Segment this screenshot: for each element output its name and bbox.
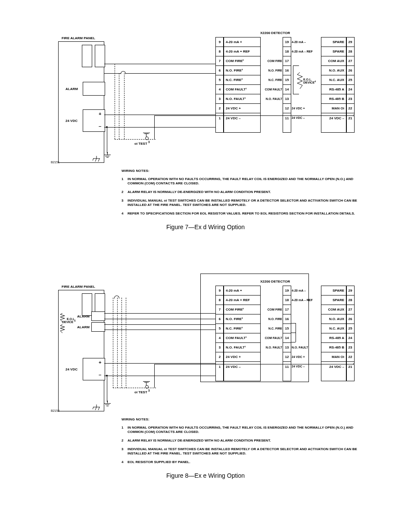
svg-line-8: [95, 407, 97, 410]
terminal-left-num-col: 987654321: [215, 37, 224, 133]
vdc24-box: [83, 109, 105, 132]
ground-icon: [104, 401, 111, 406]
terminal-left-inner-col: COM FIREN.O. FIREN.C. FIRECOM FAULTN.O. …: [261, 37, 282, 132]
minus-sign: –: [99, 372, 101, 377]
note-text: REFER TO SPECIFICATIONS SECTION FOR EOL …: [128, 212, 363, 216]
terminal-right-label-col: SPARESPARECOM AUXN.O. AUXN.C. AUXRS-485 …: [321, 37, 347, 133]
vdc24-label: 24 VDC: [65, 119, 78, 123]
vdc24-box: [83, 358, 105, 380]
oi-test-label: oi TEST 3: [134, 390, 150, 394]
svg-line-4: [98, 159, 100, 162]
figure-8: FIRE ALARM PANEL ALARM ALARM E.O.L. DEVI…: [0, 278, 411, 479]
alarm-box-left: [82, 293, 92, 316]
note-text: ALARM RELAY IS NORMALLY DE-ENERGIZED WIT…: [128, 439, 363, 443]
drawing-ref-fig8: B2152: [51, 409, 59, 412]
terminal-mid-label-col: 4-20 mA –4-20 mA – REF24 VDC +24 VDC –: [292, 37, 324, 132]
drawing-ref-fig7: B2151: [51, 161, 59, 164]
terminal-right-label-col: SPARESPARECOM AUXN.O. AUXN.C. AUXRS-485 …: [321, 286, 347, 381]
alarm-label-2: ALARM: [77, 325, 90, 329]
alarm-receiver-box-1: [91, 311, 105, 321]
note-text: EOL RESISTOR SUPPLIED BY PANEL.: [128, 460, 363, 464]
figure-8-caption: Figure 8—Ex e Wiring Option: [0, 472, 411, 479]
wiring-notes-fig8: WIRING NOTES: 1IN NORMAL OPERATION WITH …: [121, 417, 363, 464]
alarm-receiver-box: [83, 82, 105, 96]
wiring-notes-fig7: WIRING NOTES: 1IN NORMAL OPERATION WITH …: [121, 169, 363, 216]
plus-sign: +: [99, 111, 101, 116]
terminal-left-num-col: 987654321: [215, 286, 224, 381]
eol-device-label: E.O.L. DEVICE4: [303, 78, 316, 84]
alarm-label-1: ALARM: [77, 314, 90, 318]
fire-alarm-panel-label: FIRE ALARM PANEL: [62, 285, 95, 289]
svg-line-3: [95, 159, 97, 162]
fire-alarm-panel-label: FIRE ALARM PANEL: [62, 36, 95, 40]
svg-line-2: [93, 159, 93, 162]
figure-7-caption: Figure 7—Ex d Wiring Option: [0, 224, 411, 230]
alarm-receiver-box-2: [91, 322, 105, 332]
eol-resistor-icon-1: [60, 313, 65, 322]
note-text: IN NORMAL OPERATION WITH NO FAULTS OCCUR…: [128, 177, 363, 186]
terminal-left-label-col: 4-20 mA +4-20 mA + REFCOM FIRE²N.O. FIRE…: [223, 37, 261, 133]
alarm-box-left: [82, 45, 92, 67]
plus-sign: +: [99, 360, 101, 365]
figure-7: FIRE ALARM PANEL ALARM 24 VDC + – oi TES…: [0, 29, 411, 230]
oi-test-label: oi TEST 3: [134, 142, 150, 146]
note-text: ALARM RELAY IS NORMALLY DE-ENERGIZED WIT…: [128, 190, 363, 194]
eol-resistor-icon-2: [60, 324, 65, 333]
chassis-ground-icon: [93, 156, 100, 162]
vdc24-label: 24 VDC: [65, 367, 78, 371]
note-text: INDIVIDUAL MANUAL oi TEST SWITCHES CAN B…: [128, 199, 363, 207]
eol-resistor-icon: [297, 72, 302, 89]
wiring-notes-title: WIRING NOTES:: [121, 169, 363, 173]
terminal-right-num-col: 292827262524232221: [346, 286, 355, 381]
terminal-left-inner-col: COM FIREN.O. FIREN.C. FIRECOM FAULTN.O. …: [261, 286, 282, 380]
alarm-box-right: [95, 45, 105, 67]
terminal-right-num-col: 292827262524232221: [346, 37, 355, 133]
minus-sign: –: [99, 124, 101, 129]
svg-line-9: [98, 407, 100, 410]
note-text: IN NORMAL OPERATION WITH NO FAULTS OCCUR…: [128, 426, 363, 434]
alarm-label: ALARM: [65, 87, 78, 91]
note-text: INDIVIDUAL MANUAL oi TEST SWITCHES CAN B…: [128, 447, 363, 456]
chassis-ground-icon: [93, 404, 100, 411]
terminal-mid-num-col: 191817161514131211: [283, 286, 291, 381]
wiring-notes-title: WIRING NOTES:: [121, 417, 363, 421]
terminal-left-label-col: 4-20 mA +4-20 mA + REFCOM FIRE²N.O. FIRE…: [223, 286, 261, 381]
detector-title: X2200 DETECTOR: [260, 31, 290, 35]
svg-line-7: [93, 407, 93, 410]
terminal-mid-label-col: 4-20 mA –4-20 mA – REFN.O. FAULT24 VDC +…: [292, 286, 324, 380]
terminal-mid-num-col: 191817161514131211: [283, 37, 291, 133]
ground-icon: [104, 152, 111, 158]
detector-title: X2200 DETECTOR: [260, 280, 290, 283]
